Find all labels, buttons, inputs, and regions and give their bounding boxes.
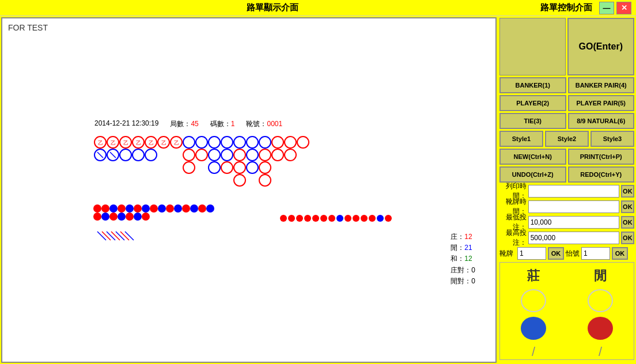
min-bet-ok[interactable]: OK [621,216,634,229]
svg-point-83 [328,215,335,222]
max-bet-ok[interactable]: OK [621,232,634,244]
svg-point-80 [304,215,311,222]
svg-point-60 [190,204,198,213]
svg-point-19 [247,136,258,148]
print-time-input[interactable] [528,185,619,198]
main-layout: FOR TEST 2014-12-21 12:30:19 局數：45 碼數：1 … [0,16,636,364]
svg-point-58 [174,204,182,213]
svg-point-78 [288,215,295,222]
style3-button[interactable]: Style3 [590,131,634,147]
shoe-label: 靴號：0001 [246,119,282,129]
svg-line-72 [107,232,115,240]
print-button[interactable]: PRINT(Ctrl+P) [568,149,635,165]
svg-point-29 [132,149,144,161]
svg-line-71 [102,232,111,240]
print-time-ok[interactable]: OK [621,185,634,198]
svg-point-38 [183,162,195,173]
top-bar-right: 路單控制介面 — ✕ [540,2,631,14]
svg-point-16 [209,136,220,148]
svg-point-17 [221,136,233,148]
svg-line-25 [97,152,103,158]
go-button[interactable]: GO(Enter) [567,18,635,75]
svg-point-87 [361,215,368,222]
tie-button[interactable]: TIE(3) [499,113,566,129]
svg-point-77 [280,215,287,222]
svg-point-69 [142,213,150,221]
shoe-group-row: 靴牌 OK 怡號 OK [499,247,634,260]
svg-point-59 [182,204,190,213]
small-road-svg [92,203,282,255]
style1-button[interactable]: Style1 [499,131,543,147]
svg-point-79 [296,215,303,222]
go-left-box [499,18,566,75]
natural-button[interactable]: 8/9 NATURAL(6) [568,113,635,129]
left-panel: FOR TEST 2014-12-21 12:30:19 局數：45 碼數：1 … [1,17,497,363]
player-title: 閒 [594,267,607,285]
shoe-ok[interactable]: OK [548,247,564,260]
player-pair-button[interactable]: PLAYER PAIR(5) [568,95,635,111]
svg-text:乙: 乙 [123,140,128,146]
new-print-row: NEW(Ctrl+N) PRINT(Ctrl+P) [499,149,634,165]
new-button[interactable]: NEW(Ctrl+N) [499,149,566,165]
right-title: 路單控制介面 [540,2,592,13]
svg-point-67 [126,213,134,221]
svg-point-14 [183,136,195,148]
shoe-input[interactable] [517,247,546,260]
tie-row: TIE(3) 8/9 NATURAL(6) [499,113,634,129]
svg-point-47 [247,162,258,173]
svg-point-37 [285,149,296,161]
svg-point-65 [109,213,118,221]
game-date: 2014-12-21 12:30:19 [94,119,158,129]
game-info-row: 2014-12-21 12:30:19 局數：45 碼數：1 靴號：0001 [94,119,282,129]
player-circle-filled [588,317,613,340]
player-circle-outline [588,289,613,312]
svg-point-56 [158,204,166,213]
svg-point-63 [93,213,101,221]
left-title: 路單顯示介面 [5,2,540,13]
undo-redo-row: UNDO(Ctrl+Z) REDO(Ctrl+Y) [499,166,634,183]
svg-point-30 [145,149,157,161]
svg-point-88 [369,215,376,222]
style2-button[interactable]: Style2 [545,131,589,147]
svg-line-73 [111,232,120,240]
group-input[interactable] [581,247,610,260]
max-bet-input[interactable] [528,232,619,244]
svg-line-76 [125,232,134,240]
player-col: 閒 / [567,263,634,359]
print-time-row: 列印時間： OK [499,184,634,198]
svg-point-50 [109,204,118,213]
banker-pair-button[interactable]: BANKER PAIR(4) [568,77,635,93]
confirmed-label: 碼數：1 [210,119,235,129]
banker-button[interactable]: BANKER(1) [499,77,566,93]
svg-point-23 [297,136,309,148]
player-button[interactable]: PLAYER(2) [499,95,566,111]
svg-text:乙: 乙 [174,140,179,146]
svg-text:乙: 乙 [149,140,154,146]
player-slash: / [599,344,602,359]
shoe-label: 靴牌 [499,249,516,259]
svg-point-28 [120,149,131,161]
min-bet-input[interactable] [528,216,619,229]
svg-point-44 [234,162,245,173]
max-bet-row: 最高投注： OK [499,231,634,245]
group-ok[interactable]: OK [612,247,628,260]
shoe-time-ok[interactable]: OK [621,200,634,213]
svg-text:乙: 乙 [136,140,141,146]
minimize-button[interactable]: — [599,2,614,14]
shoe-time-input[interactable] [528,200,619,213]
close-button[interactable]: ✕ [616,2,631,14]
dot-road-svg [279,211,394,226]
banker-title: 莊 [527,267,540,285]
svg-point-20 [259,136,271,148]
redo-button[interactable]: REDO(Ctrl+Y) [568,166,635,183]
svg-point-52 [126,204,134,213]
undo-button[interactable]: UNDO(Ctrl+Z) [499,166,566,183]
svg-point-53 [134,204,142,213]
min-bet-row: 最低投注： OK [499,215,634,229]
svg-point-49 [101,204,109,213]
svg-point-36 [272,149,283,161]
svg-point-42 [221,162,233,173]
svg-point-15 [196,136,207,148]
banker-slash: / [532,344,535,359]
svg-point-57 [166,204,174,213]
